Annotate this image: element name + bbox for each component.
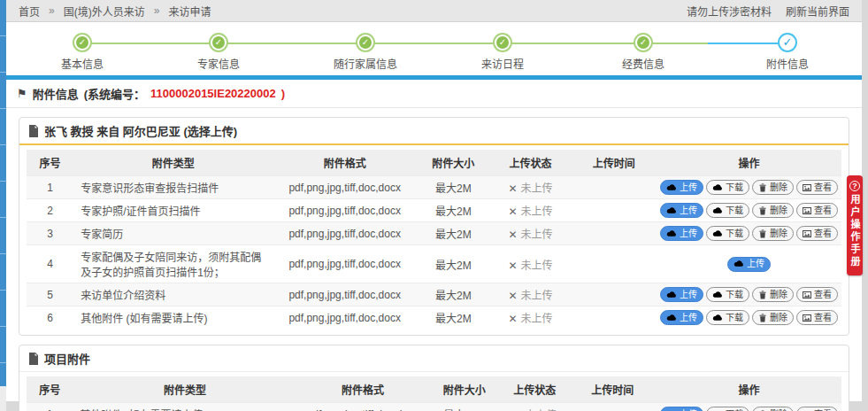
breadcrumb-separator: » xyxy=(49,4,55,17)
view-button[interactable]: 查看 xyxy=(796,287,838,302)
section-header: ⚑ 附件信息 (系统编号： 1100002015IE20220002 ) xyxy=(6,80,862,108)
project-attachments-panel: 项目附件 序号 附件类型 附件格式 附件大小 上传状态 上传时间 操作 xyxy=(19,345,849,411)
step-expert-info[interactable]: ✓ 专家信息 xyxy=(197,33,240,71)
delete-button[interactable]: 删除 xyxy=(752,310,794,325)
document-icon xyxy=(28,353,39,365)
col-size: 附件大小 xyxy=(428,376,501,403)
cloud-upload-icon xyxy=(734,260,744,268)
download-button[interactable]: 下载 xyxy=(706,203,749,218)
download-button[interactable]: 下载 xyxy=(706,287,749,302)
col-no: 序号 xyxy=(27,376,73,403)
question-circle-icon: ? xyxy=(849,181,860,191)
delete-button[interactable]: 删除 xyxy=(752,226,794,241)
upload-button[interactable]: 上传 xyxy=(660,203,703,218)
download-button[interactable]: 下载 xyxy=(706,407,749,411)
breadcrumb-visit-application[interactable]: 来访申请 xyxy=(168,4,211,19)
breadcrumb-foreign-visitors[interactable]: 国(境)外人员来访 xyxy=(64,4,145,19)
col-format: 附件格式 xyxy=(297,376,428,403)
col-type: 附件类型 xyxy=(73,376,297,403)
collapsed-sidebar[interactable] xyxy=(0,0,6,386)
expert-attachments-panel: 张飞 教授 来自 阿尔巴尼亚 (选择上传) 序号 附件类型 附件格式 附件大小 … xyxy=(19,117,849,336)
view-label: 查看 xyxy=(814,291,832,299)
cell-size: 最大2M xyxy=(417,176,490,199)
image-icon xyxy=(803,206,811,215)
cell-no: 6 xyxy=(27,306,73,330)
section-title: 附件信息 xyxy=(33,85,79,102)
status-text: 未上传 xyxy=(521,182,553,195)
upload-label: 上传 xyxy=(747,260,764,268)
upload-button[interactable]: 上传 xyxy=(660,287,703,302)
cell-no: 5 xyxy=(27,283,73,306)
view-button[interactable]: 查看 xyxy=(796,226,838,241)
upload-label: 上传 xyxy=(680,229,697,238)
view-button[interactable]: 查看 xyxy=(796,407,838,411)
refresh-page-link[interactable]: 刷新当前界面 xyxy=(786,4,849,19)
breadcrumb-separator: » xyxy=(154,4,160,17)
step-check-circle: ✓ xyxy=(778,33,797,52)
status-text: 未上传 xyxy=(521,290,553,302)
not-uploaded-icon: ✕ xyxy=(509,206,518,218)
view-label: 查看 xyxy=(814,206,832,215)
view-label: 查看 xyxy=(814,314,832,322)
delete-button[interactable]: 删除 xyxy=(752,180,794,195)
step-attachment-info[interactable]: ✓ 附件信息 xyxy=(766,33,809,71)
breadcrumb-home[interactable]: 首页 xyxy=(19,4,40,19)
cell-actions: 上传 下载 删除 查看 xyxy=(657,306,841,330)
upload-button[interactable]: 上传 xyxy=(660,407,703,411)
col-actions: 操作 xyxy=(657,150,841,176)
table-row: 4 专家配偶及子女陪同来访，须附其配偶及子女的护照首页扫描件1份； pdf,pn… xyxy=(27,245,841,283)
col-format: 附件格式 xyxy=(273,150,417,176)
col-actions: 操作 xyxy=(657,376,841,403)
check-icon: ✓ xyxy=(359,36,372,49)
upload-button[interactable]: 上传 xyxy=(660,310,703,325)
step-basic-info[interactable]: ✓ 基本信息 xyxy=(61,33,104,71)
cell-status: ✕未上传 xyxy=(490,199,572,222)
not-uploaded-icon: ✕ xyxy=(509,313,518,325)
cell-actions: 上传 下载 删除 查看 xyxy=(657,283,841,306)
download-label: 下载 xyxy=(726,291,743,299)
download-button[interactable]: 下载 xyxy=(706,180,749,195)
download-label: 下载 xyxy=(726,183,743,192)
download-button[interactable]: 下载 xyxy=(706,226,749,241)
cell-actions: 上传 下载 删除 查看 xyxy=(657,222,841,245)
upload-button[interactable]: 上传 xyxy=(660,226,703,241)
col-no: 序号 xyxy=(27,150,73,176)
delete-button[interactable]: 删除 xyxy=(752,407,794,411)
user-manual-tab[interactable]: ? 用户操作手册 xyxy=(847,175,863,275)
cell-time xyxy=(572,306,657,330)
cell-format: pdf,png,jpg,tiff,doc,docx xyxy=(273,222,417,245)
download-button[interactable]: 下载 xyxy=(706,310,749,325)
step-label: 来访日程 xyxy=(481,56,524,71)
table-row: 6 其他附件 (如有需要请上传) pdf,png,jpg,tiff,doc,do… xyxy=(27,306,841,330)
upload-button[interactable]: 上传 xyxy=(660,180,703,195)
upload-button[interactable]: 上传 xyxy=(727,257,771,272)
upload-label: 上传 xyxy=(680,291,697,299)
table-row: 1 其他附件 (如有需要请上传) pdf,png,jpg,tiff,doc,do… xyxy=(27,403,841,411)
table-row: 1 专家意识形态审查报告扫描件 pdf,png,jpg,tiff,doc,doc… xyxy=(27,176,841,199)
cell-size: 最大2M xyxy=(417,283,490,306)
expert-panel-header: 张飞 教授 来自 阿尔巴尼亚 (选择上传) xyxy=(19,118,849,145)
col-time: 上传时间 xyxy=(572,150,657,176)
delete-button[interactable]: 删除 xyxy=(752,203,794,218)
view-button[interactable]: 查看 xyxy=(796,203,838,218)
cloud-upload-icon xyxy=(666,291,677,299)
step-label: 基本信息 xyxy=(61,56,104,71)
step-visit-schedule[interactable]: ✓ 来访日程 xyxy=(481,33,524,71)
cell-actions: 上传 下载 删除 查看 xyxy=(657,199,841,222)
view-button[interactable]: 查看 xyxy=(796,180,838,195)
table-row: 5 来访单位介绍资料 pdf,png,jpg,tiff,doc,docx 最大2… xyxy=(27,283,841,306)
cell-status: ✕未上传 xyxy=(501,403,569,411)
check-icon: ✓ xyxy=(76,36,88,49)
topbar-links: 请勿上传涉密材料 刷新当前界面 xyxy=(687,4,849,19)
cell-actions: 上传 xyxy=(657,245,841,283)
step-family-info[interactable]: ✓ 随行家属信息 xyxy=(334,33,397,71)
download-label: 下载 xyxy=(726,314,743,322)
cell-type: 专家护照/证件首页扫描件 xyxy=(73,199,273,222)
step-funding-info[interactable]: ✓ 经费信息 xyxy=(622,33,664,71)
cell-time xyxy=(572,245,657,283)
collapsed-sidebar-footer xyxy=(0,386,6,411)
view-button[interactable]: 查看 xyxy=(796,310,838,325)
delete-button[interactable]: 删除 xyxy=(752,287,794,302)
cell-size: 最大2M xyxy=(417,222,490,245)
cloud-download-icon xyxy=(712,206,723,215)
